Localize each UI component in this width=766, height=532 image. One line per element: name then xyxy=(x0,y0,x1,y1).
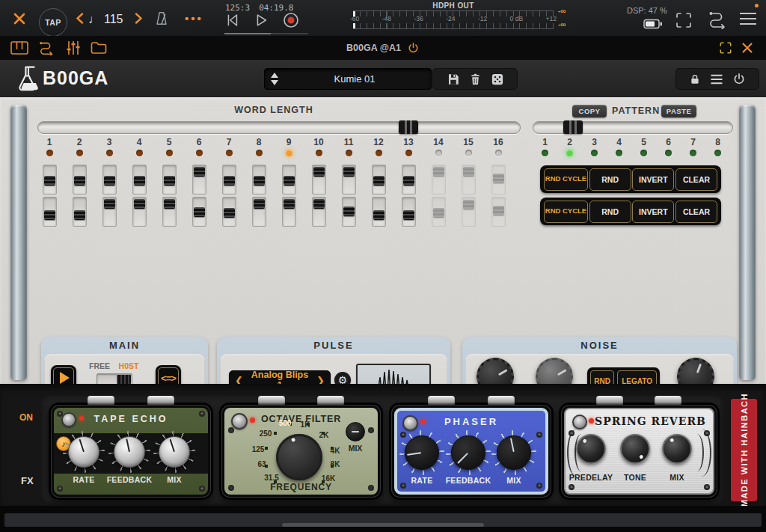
freq-tick-31.5[interactable]: 31.5 xyxy=(264,474,278,482)
seq-rnd-button[interactable]: RND xyxy=(589,168,631,191)
signal-flow-icon[interactable] xyxy=(706,10,729,29)
preset-up-icon[interactable] xyxy=(271,73,278,78)
seq-clear-button[interactable]: CLEAR xyxy=(675,201,717,223)
preset-down-icon[interactable] xyxy=(271,80,278,85)
preset-selector[interactable]: Kumie 01 xyxy=(264,68,432,90)
step-column: 7 xyxy=(214,138,244,156)
seq-invert-button[interactable]: INVERT xyxy=(632,201,674,223)
step-slider[interactable] xyxy=(372,197,386,227)
tempo-display[interactable]: ♩ 115 xyxy=(88,13,123,26)
step-slider[interactable] xyxy=(402,165,416,195)
step-slider[interactable] xyxy=(162,165,177,195)
seq-rnd-cycle-button[interactable]: RND CYCLE xyxy=(544,168,588,191)
tap-tempo-button[interactable]: TAP xyxy=(39,8,67,37)
pattern-position-handle[interactable] xyxy=(563,120,583,134)
octave-mix-knob[interactable] xyxy=(346,422,365,441)
seq-rnd-button[interactable]: RND xyxy=(589,201,631,223)
pattern-paste-button[interactable]: PASTE xyxy=(661,105,696,117)
rate-pedal-knob[interactable] xyxy=(405,435,439,470)
step-slider[interactable] xyxy=(222,197,236,227)
preset-stepper[interactable] xyxy=(271,73,278,85)
mix-pedal-knob[interactable] xyxy=(159,436,190,468)
freq-tick-8K[interactable]: 8K xyxy=(331,460,340,468)
feedback-pedal-knob[interactable] xyxy=(451,435,485,470)
mix-pedal-knob[interactable] xyxy=(662,434,692,464)
freq-tick-125[interactable]: 125 xyxy=(252,445,265,453)
step-slider-cell xyxy=(423,197,453,227)
transport-progress-bar[interactable] xyxy=(224,33,308,34)
frequency-knob[interactable] xyxy=(276,434,322,480)
delete-icon[interactable] xyxy=(469,73,482,86)
word-length-slider[interactable] xyxy=(37,121,521,134)
step-number: 1 xyxy=(47,138,52,147)
step-slider[interactable] xyxy=(43,197,57,227)
step-slider[interactable] xyxy=(342,197,356,227)
step-slider[interactable] xyxy=(222,165,236,195)
step-slider[interactable] xyxy=(252,165,266,195)
predelay-pedal-knob[interactable] xyxy=(576,434,606,464)
feedback-pedal-knob[interactable] xyxy=(114,436,145,468)
step-slider[interactable] xyxy=(282,165,296,195)
menu-icon[interactable] xyxy=(739,12,757,25)
step-led xyxy=(286,150,292,156)
plugin-power-button[interactable] xyxy=(732,73,746,86)
metronome-icon[interactable] xyxy=(153,10,170,27)
seq-invert-button[interactable]: INVERT xyxy=(632,168,674,191)
trigger-host-label[interactable]: H0ST xyxy=(114,361,143,370)
freq-tick-500[interactable]: 500 xyxy=(279,419,292,427)
freq-tick-4K[interactable]: 4K xyxy=(331,447,340,455)
plugin-menu-icon[interactable] xyxy=(710,73,723,85)
freq-tick-1K[interactable]: 1K xyxy=(301,421,310,429)
trigger-toggle-handle[interactable] xyxy=(117,375,131,384)
tempo-decrement-icon[interactable] xyxy=(76,13,84,24)
step-slider[interactable] xyxy=(73,197,87,227)
seq-clear-button[interactable]: CLEAR xyxy=(675,168,717,191)
step-slider[interactable] xyxy=(132,165,147,195)
freq-tick-250[interactable]: 250 xyxy=(260,429,272,438)
step-slider[interactable] xyxy=(132,197,147,227)
seq-rnd-cycle-button[interactable]: RND CYCLE xyxy=(544,201,588,223)
step-slider[interactable] xyxy=(162,197,177,227)
step-slider[interactable] xyxy=(192,197,206,227)
step-slider[interactable] xyxy=(342,165,356,195)
rate-pedal-knob[interactable] xyxy=(68,436,99,468)
lock-icon[interactable] xyxy=(689,73,701,86)
save-icon[interactable] xyxy=(447,73,460,86)
step-slider[interactable] xyxy=(73,165,87,195)
step-slider[interactable] xyxy=(102,165,117,195)
step-slider[interactable] xyxy=(402,197,416,227)
fullscreen-icon[interactable] xyxy=(674,11,693,29)
freq-tick-2K[interactable]: 2K xyxy=(319,431,329,439)
play-button[interactable] xyxy=(253,11,269,29)
step-slider[interactable] xyxy=(252,197,266,227)
skip-to-start-button[interactable] xyxy=(224,11,240,29)
record-button[interactable] xyxy=(282,11,300,29)
freq-tick-63[interactable]: 63 xyxy=(257,460,266,468)
pattern-header-row: 12345678 xyxy=(533,138,730,156)
pattern-position-slider[interactable] xyxy=(533,121,733,134)
pattern-copy-button[interactable]: COPY xyxy=(572,105,607,117)
step-slider[interactable] xyxy=(192,165,206,195)
slider-handle xyxy=(284,199,295,209)
spring-reverb-bypass-button[interactable] xyxy=(572,415,587,429)
randomize-dice-icon[interactable] xyxy=(491,73,504,86)
more-options-button[interactable]: ••• xyxy=(185,12,203,25)
close-session-icon[interactable] xyxy=(12,11,27,26)
word-length-handle[interactable] xyxy=(399,120,418,134)
mix-pedal-knob[interactable] xyxy=(497,435,531,470)
step-slider[interactable] xyxy=(312,197,326,227)
step-slider[interactable] xyxy=(102,197,117,227)
step-slider[interactable] xyxy=(312,165,326,195)
window-fullscreen-icon[interactable] xyxy=(718,41,733,55)
plugin-power-icon[interactable] xyxy=(407,42,420,55)
app-screen: TAP ♩ 115 ••• 125:3 04:19.8 xyxy=(0,0,766,532)
home-indicator[interactable] xyxy=(282,523,484,527)
step-slider[interactable] xyxy=(372,165,386,195)
freq-tick-16K[interactable]: 16K xyxy=(322,474,335,483)
tempo-increment-icon[interactable] xyxy=(135,13,143,24)
window-close-icon[interactable] xyxy=(741,42,753,54)
trigger-free-label[interactable]: FREE xyxy=(86,361,113,370)
step-slider[interactable] xyxy=(282,197,296,227)
tone-pedal-knob[interactable] xyxy=(620,434,650,464)
step-slider[interactable] xyxy=(43,165,57,195)
